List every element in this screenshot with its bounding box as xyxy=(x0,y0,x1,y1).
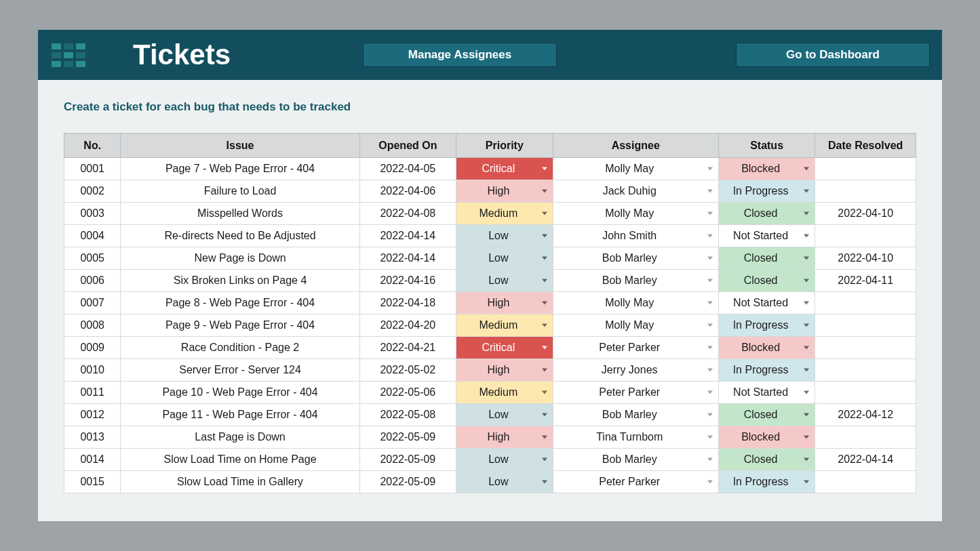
chevron-down-icon xyxy=(707,458,713,462)
go-to-dashboard-button[interactable]: Go to Dashboard xyxy=(736,43,930,67)
cell-resolved xyxy=(815,158,916,180)
table-row: 0013Last Page is Down2022-05-09HighTina … xyxy=(64,426,916,449)
chevron-down-icon xyxy=(542,302,547,305)
priority-dropdown[interactable]: High xyxy=(456,359,553,382)
priority-dropdown[interactable]: Low xyxy=(456,404,553,426)
cell-resolved xyxy=(815,225,916,247)
cell-resolved xyxy=(815,292,916,314)
cell-issue: Page 7 - Web Page Error - 404 xyxy=(121,158,359,180)
status-dropdown[interactable]: Not Started xyxy=(718,382,815,404)
chevron-down-icon xyxy=(707,369,713,372)
status-dropdown[interactable]: In Progress xyxy=(718,314,815,337)
cell-opened: 2022-04-16 xyxy=(359,270,456,292)
cell-issue: Page 11 - Web Page Error - 404 xyxy=(121,404,359,426)
assignee-dropdown[interactable]: Peter Parker xyxy=(553,471,718,493)
assignee-dropdown[interactable]: Tina Turnbom xyxy=(553,426,718,449)
table-row: 0004Re-directs Need to Be Adjusted2022-0… xyxy=(64,225,916,247)
assignee-dropdown[interactable]: Bob Marley xyxy=(553,404,718,426)
manage-assignees-button[interactable]: Manage Assignees xyxy=(363,43,557,67)
table-row: 0005New Page is Down2022-04-14LowBob Mar… xyxy=(64,247,916,270)
cell-issue: Page 10 - Web Page Error - 404 xyxy=(121,382,359,404)
priority-dropdown[interactable]: High xyxy=(456,292,553,314)
cell-resolved xyxy=(815,471,916,493)
subtitle-text: Create a ticket for each bug that needs … xyxy=(64,100,916,114)
table-row: 0010Server Error - Server 1242022-05-02H… xyxy=(64,359,916,382)
status-dropdown[interactable]: Closed xyxy=(718,404,815,426)
col-opened: Opened On xyxy=(359,134,456,158)
chevron-down-icon xyxy=(542,212,547,216)
table-row: 0001Page 7 - Web Page Error - 4042022-04… xyxy=(64,158,916,180)
cell-issue: Slow Load Time on Home Page xyxy=(121,449,359,471)
priority-dropdown[interactable]: High xyxy=(456,180,553,203)
status-dropdown[interactable]: Closed xyxy=(718,270,815,292)
priority-dropdown[interactable]: Medium xyxy=(456,382,553,404)
status-dropdown[interactable]: Closed xyxy=(718,449,815,471)
status-dropdown[interactable]: Blocked xyxy=(718,426,815,449)
cell-no: 0004 xyxy=(64,225,121,247)
cell-no: 0006 xyxy=(64,270,121,292)
assignee-dropdown[interactable]: Peter Parker xyxy=(553,382,718,404)
priority-dropdown[interactable]: Low xyxy=(456,449,553,471)
chevron-down-icon xyxy=(707,167,713,171)
cell-no: 0012 xyxy=(64,404,121,426)
cell-no: 0015 xyxy=(64,471,121,493)
cell-issue: Failure to Load xyxy=(121,180,359,203)
priority-dropdown[interactable]: High xyxy=(456,426,553,449)
status-dropdown[interactable]: In Progress xyxy=(718,359,815,382)
table-row: 0014Slow Load Time on Home Page2022-05-0… xyxy=(64,449,916,471)
chevron-down-icon xyxy=(804,167,809,171)
priority-dropdown[interactable]: Low xyxy=(456,471,553,493)
cell-no: 0005 xyxy=(64,247,121,270)
app-logo-icon xyxy=(52,43,85,67)
assignee-dropdown[interactable]: Jerry Jones xyxy=(553,359,718,382)
status-dropdown[interactable]: Closed xyxy=(718,203,815,225)
chevron-down-icon xyxy=(707,234,713,238)
chevron-down-icon xyxy=(804,436,809,439)
chevron-down-icon xyxy=(542,481,547,484)
chevron-down-icon xyxy=(542,324,547,327)
priority-dropdown[interactable]: Low xyxy=(456,247,553,270)
cell-issue: Slow Load Time in Gallery xyxy=(121,471,359,493)
chevron-down-icon xyxy=(542,167,547,171)
col-no: No. xyxy=(64,134,121,158)
priority-dropdown[interactable]: Medium xyxy=(456,314,553,337)
assignee-dropdown[interactable]: Molly May xyxy=(553,314,718,337)
cell-resolved xyxy=(815,382,916,404)
cell-opened: 2022-05-06 xyxy=(359,382,456,404)
cell-no: 0014 xyxy=(64,449,121,471)
assignee-dropdown[interactable]: Bob Marley xyxy=(553,449,718,471)
chevron-down-icon xyxy=(542,391,547,394)
assignee-dropdown[interactable]: Bob Marley xyxy=(553,270,718,292)
status-dropdown[interactable]: In Progress xyxy=(718,471,815,493)
chevron-down-icon xyxy=(804,481,809,484)
cell-opened: 2022-04-14 xyxy=(359,247,456,270)
cell-opened: 2022-04-18 xyxy=(359,292,456,314)
cell-resolved xyxy=(815,337,916,359)
chevron-down-icon xyxy=(707,481,713,484)
status-dropdown[interactable]: Blocked xyxy=(718,337,815,359)
assignee-dropdown[interactable]: Molly May xyxy=(553,158,718,180)
priority-dropdown[interactable]: Low xyxy=(456,225,553,247)
priority-dropdown[interactable]: Low xyxy=(456,270,553,292)
cell-issue: Last Page is Down xyxy=(121,426,359,449)
col-priority: Priority xyxy=(456,134,553,158)
assignee-dropdown[interactable]: Molly May xyxy=(553,292,718,314)
assignee-dropdown[interactable]: Peter Parker xyxy=(553,337,718,359)
priority-dropdown[interactable]: Medium xyxy=(456,203,553,225)
chevron-down-icon xyxy=(707,413,713,417)
chevron-down-icon xyxy=(804,391,809,394)
assignee-dropdown[interactable]: John Smith xyxy=(553,225,718,247)
priority-dropdown[interactable]: Critical xyxy=(456,158,553,180)
cell-no: 0002 xyxy=(64,180,121,203)
assignee-dropdown[interactable]: Jack Duhig xyxy=(553,180,718,203)
status-dropdown[interactable]: Closed xyxy=(718,247,815,270)
cell-resolved: 2022-04-10 xyxy=(815,247,916,270)
status-dropdown[interactable]: Blocked xyxy=(718,158,815,180)
chevron-down-icon xyxy=(804,324,809,327)
status-dropdown[interactable]: In Progress xyxy=(718,180,815,203)
assignee-dropdown[interactable]: Bob Marley xyxy=(553,247,718,270)
status-dropdown[interactable]: Not Started xyxy=(718,292,815,314)
priority-dropdown[interactable]: Critical xyxy=(456,337,553,359)
assignee-dropdown[interactable]: Molly May xyxy=(553,203,718,225)
status-dropdown[interactable]: Not Started xyxy=(718,225,815,247)
